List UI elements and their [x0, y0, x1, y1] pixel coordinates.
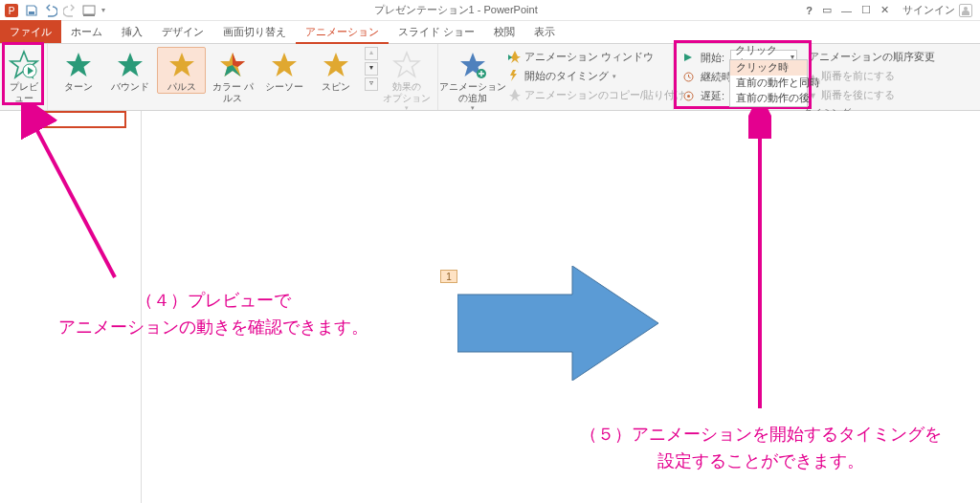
- tab-slideshow[interactable]: スライド ショー: [389, 20, 484, 43]
- add-animation-button[interactable]: アニメーション の追加 ▾: [442, 47, 503, 113]
- preview-button-label: プレビュー: [7, 81, 40, 104]
- svg-text:P: P: [9, 6, 15, 16]
- animation-painter-button: アニメーションのコピー/貼り付け: [507, 87, 685, 104]
- ribbon-tab-strip: ファイル ホーム 挿入 デザイン 画面切り替え アニメーション スライド ショー…: [0, 21, 980, 44]
- svg-rect-3: [83, 6, 95, 14]
- note-4: （４）プレビューで アニメーションの動きを確認できます。: [36, 287, 390, 340]
- svg-marker-26: [457, 266, 658, 381]
- gallery-more-icon[interactable]: ▿: [365, 77, 378, 91]
- arrow-shape[interactable]: [457, 266, 658, 383]
- start-dropdown[interactable]: クリック時 直前の動作と同時 直前の動作の後: [729, 59, 808, 107]
- maximize-icon[interactable]: ☐: [861, 4, 871, 16]
- dropdown-option[interactable]: 直前の動作と同時: [730, 76, 807, 91]
- window-controls: ? ▭ — ☐ ✕ サインイン: [806, 3, 980, 17]
- star-icon: [269, 50, 300, 80]
- tab-file[interactable]: ファイル: [0, 20, 61, 43]
- effect-color-pulse[interactable]: カラー パルス: [208, 47, 257, 105]
- clock-icon: [681, 72, 695, 82]
- effect-pulse[interactable]: パルス: [157, 47, 207, 94]
- svg-point-25: [687, 95, 690, 98]
- minimize-icon[interactable]: —: [841, 5, 852, 16]
- svg-rect-4: [83, 14, 95, 16]
- app-title: プレゼンテーション1 - PowerPoint: [105, 3, 806, 17]
- pane-icon: [507, 50, 521, 65]
- effect-turn[interactable]: ターン: [54, 47, 103, 94]
- dropdown-option[interactable]: 直前の動作の後: [730, 91, 807, 106]
- group-timing: 開始: クリック時 ▾ 継続時間: 遅延: アニメーションの順序変更: [674, 44, 980, 110]
- sign-in-label: サインイン: [902, 3, 955, 17]
- tab-insert[interactable]: 挿入: [112, 20, 152, 43]
- svg-marker-9: [118, 53, 143, 77]
- star-icon: [63, 50, 94, 80]
- note-5: （５）アニメーションを開始するタイミングを 設定することができます。: [555, 421, 967, 474]
- svg-marker-22: [684, 54, 692, 61]
- effect-options-button: 効果の オプション ▾: [380, 47, 434, 113]
- star-outline-icon: [391, 50, 422, 80]
- tab-transitions[interactable]: 画面切り替え: [213, 20, 296, 43]
- svg-marker-15: [323, 53, 348, 77]
- effect-spin[interactable]: スピン: [311, 47, 361, 94]
- reorder-column: アニメーションの順序変更 ▲ 順番を前にする ▼ 順番を後にする: [807, 47, 937, 104]
- title-bar: P ▾ プレゼンテーション1 - PowerPoint ? ▭ — ☐ ✕ サイ…: [0, 0, 980, 21]
- group-preview: プレビュー ▾ プレビュー: [0, 44, 48, 110]
- add-star-icon: [457, 50, 488, 80]
- triangle-down-icon: ▼: [809, 91, 817, 100]
- gallery-up-icon[interactable]: ▴: [365, 47, 378, 60]
- svg-marker-8: [66, 53, 91, 77]
- star-multicolor-icon: [217, 50, 248, 80]
- svg-marker-20: [508, 55, 512, 60]
- delay-icon: [681, 91, 695, 101]
- play-icon: [681, 53, 695, 62]
- gallery-scroll: ▴ ▾ ▿: [365, 47, 378, 91]
- tab-view[interactable]: 表示: [524, 20, 565, 43]
- tab-design[interactable]: デザイン: [152, 20, 213, 43]
- group-advanced: アニメーション の追加 ▾ アニメーション ウィンドウ 開始のタイミング ▾ ア…: [438, 44, 674, 110]
- ribbon-display-options-icon[interactable]: ▭: [822, 4, 832, 16]
- sign-in-link[interactable]: サインイン: [902, 3, 972, 17]
- dropdown-option[interactable]: クリック時: [730, 60, 807, 76]
- redo-icon[interactable]: [63, 4, 77, 17]
- trigger-button[interactable]: 開始のタイミング ▾: [507, 68, 685, 85]
- svg-rect-2: [29, 11, 34, 14]
- group-animation: ターン バウンド パルス カラー パルス シーソー: [48, 44, 438, 110]
- effect-bound[interactable]: バウンド: [105, 47, 155, 94]
- tab-file-label: ファイル: [10, 25, 52, 39]
- preview-star-icon: [9, 50, 39, 80]
- painter-icon: [507, 88, 521, 103]
- ribbon: プレビュー ▾ プレビュー ターン バウンド パルス: [0, 44, 980, 111]
- svg-marker-16: [394, 53, 419, 77]
- svg-marker-10: [169, 53, 194, 77]
- close-icon[interactable]: ✕: [880, 4, 889, 16]
- trigger-icon: [507, 69, 521, 84]
- gallery-down-icon[interactable]: ▾: [365, 62, 378, 76]
- svg-marker-12: [233, 53, 245, 67]
- start-from-beginning-icon[interactable]: [82, 4, 96, 17]
- undo-icon[interactable]: [44, 4, 57, 17]
- star-icon: [115, 50, 145, 80]
- move-earlier-button: ▲ 順番を前にする: [809, 68, 935, 85]
- help-icon[interactable]: ?: [806, 5, 813, 16]
- effect-seesaw[interactable]: シーソー: [259, 47, 309, 94]
- move-later-button: ▼ 順番を後にする: [809, 87, 935, 104]
- star-icon: [167, 50, 197, 80]
- tab-review[interactable]: 校閲: [484, 20, 524, 43]
- star-icon: [321, 50, 351, 80]
- avatar-icon: [959, 4, 972, 17]
- tab-home[interactable]: ホーム: [61, 20, 112, 43]
- powerpoint-icon: P: [4, 3, 19, 18]
- save-icon[interactable]: [25, 4, 38, 17]
- quick-access-toolbar: P ▾: [0, 3, 105, 18]
- animation-order-tag[interactable]: 1: [440, 270, 457, 283]
- slide-thumbnail[interactable]: [23, 111, 126, 128]
- reorder-title: アニメーションの順序変更: [809, 49, 935, 66]
- preview-button[interactable]: プレビュー ▾: [4, 47, 43, 113]
- svg-marker-21: [509, 89, 521, 101]
- tab-animations[interactable]: アニメーション: [296, 21, 389, 44]
- animation-pane-button[interactable]: アニメーション ウィンドウ: [507, 49, 685, 66]
- svg-marker-14: [272, 53, 297, 77]
